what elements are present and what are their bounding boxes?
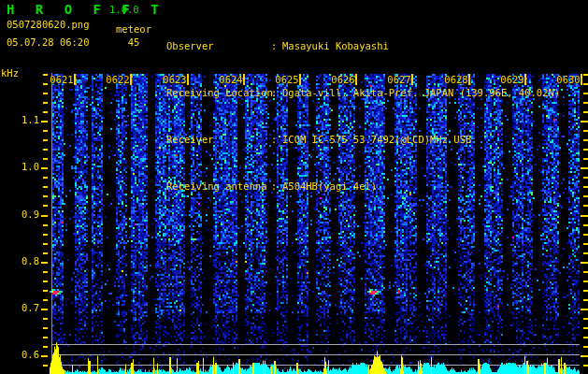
info-label: Receiving antenna <box>166 180 271 192</box>
freq-label-1.1: 1.1 <box>4 115 39 125</box>
app-version: 1.0.0 <box>109 4 139 15</box>
info-value: Masayuki Kobayashi <box>282 40 389 51</box>
info-row-location: Receiving Location:Ogata-vill. Akita-Pre… <box>166 87 560 98</box>
hrofft-window: H R O F F T 1.0.0 0507280620.png meteor … <box>0 0 588 374</box>
time-label-0621: 0621 <box>48 75 76 85</box>
info-colon: : <box>271 40 282 51</box>
info-colon: : <box>271 134 282 145</box>
app-title: H R O F F T <box>7 2 165 17</box>
info-row-antenna: Receiving antenna:A504HB(yagi 4el) <box>166 180 560 192</box>
info-value: ICOM IC-575 53.7492(@LCD)MHz USB <box>282 134 471 145</box>
info-label: Receiving Location <box>166 87 271 98</box>
meteor-count: 45 <box>106 37 162 48</box>
time-label-0628: 0628 <box>442 75 470 85</box>
freq-label-0.9: 0.9 <box>4 209 39 220</box>
mode-label: meteor <box>106 24 162 35</box>
info-value: Ogata-vill. Akita-Pref. JAPAN (139.96E, … <box>282 87 560 98</box>
info-colon: : <box>271 87 282 98</box>
info-value: A504HB(yagi 4el) <box>282 180 377 192</box>
freq-label-0.8: 0.8 <box>4 256 39 266</box>
time-label-0623: 0623 <box>161 75 189 85</box>
info-label: Receiver <box>166 134 271 145</box>
output-filename: 0507280620.png <box>7 20 90 30</box>
info-row-receiver: Receiver:ICOM IC-575 53.7492(@LCD)MHz US… <box>166 134 560 145</box>
station-info: Observer:Masayuki Kobayashi Receiving Lo… <box>166 5 560 227</box>
time-label-0627: 0627 <box>385 75 413 85</box>
datetime-label: 05.07.28 06:20 <box>7 37 90 48</box>
time-label-0630: 0630 <box>554 75 582 85</box>
y-axis-unit-label: kHz <box>1 68 19 79</box>
info-row-observer: Observer:Masayuki Kobayashi <box>166 40 560 51</box>
freq-label-1.0: 1.0 <box>4 162 39 172</box>
time-label-0624: 0624 <box>217 75 245 85</box>
info-colon: : <box>271 180 282 192</box>
time-label-0626: 0626 <box>329 75 357 85</box>
freq-label-0.6: 0.6 <box>4 350 39 360</box>
time-label-0625: 0625 <box>273 75 301 85</box>
info-label: Observer <box>166 40 271 51</box>
time-label-0622: 0622 <box>104 75 132 85</box>
time-label-0629: 0629 <box>498 75 526 85</box>
freq-label-0.7: 0.7 <box>4 303 39 313</box>
